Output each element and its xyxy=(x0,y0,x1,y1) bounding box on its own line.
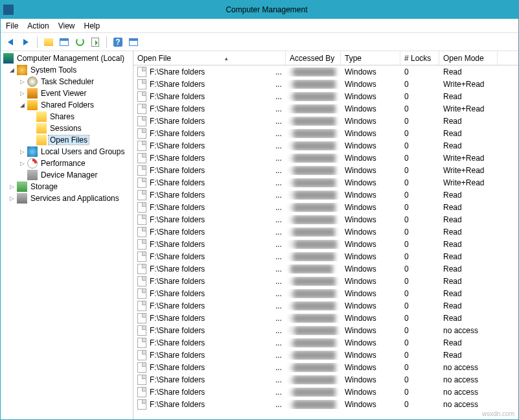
list-row[interactable]: F:\Share folders...a████████Windows0Read xyxy=(133,336,518,349)
list-row[interactable]: F:\Share folders...c████████Windows0Read xyxy=(133,226,518,238)
list-row[interactable]: F:\Share folders...n████████Windows0Read xyxy=(133,127,518,139)
user-redacted: a████████ xyxy=(290,338,335,347)
file-icon xyxy=(137,375,146,385)
list-row[interactable]: F:\Share folders...i████████Windows0Read xyxy=(133,262,518,275)
list-row[interactable]: F:\Share folders...d████████Windows0Read xyxy=(133,115,518,127)
list-row[interactable]: F:\Share folders...a████████Windows0no a… xyxy=(133,373,518,386)
list-row[interactable]: F:\Share folders...b████████Windows0Read xyxy=(133,312,518,324)
column-open-file[interactable]: Open File▴ xyxy=(133,51,286,65)
list-row[interactable]: F:\Share folders...c████████Windows0Read xyxy=(133,250,518,262)
ellipsis: ... xyxy=(275,67,282,76)
tree-label: Open Files xyxy=(49,135,89,145)
file-icon xyxy=(137,251,146,262)
folder-icon xyxy=(36,123,47,134)
tree-label: Storage xyxy=(29,182,59,191)
tree-storage[interactable]: Storage xyxy=(1,181,133,192)
user-redacted: n████████ xyxy=(290,154,335,163)
list-row[interactable]: F:\Share folders...e████████Windows0Read xyxy=(133,201,518,213)
expander-icon[interactable] xyxy=(19,102,26,109)
column-locks[interactable]: # Locks xyxy=(400,51,439,65)
file-icon xyxy=(137,325,146,336)
list-row[interactable]: F:\Share folders...a████████Windows0no a… xyxy=(133,361,518,373)
refresh-button[interactable] xyxy=(73,35,87,49)
open-files-button[interactable] xyxy=(126,35,141,49)
cell-open-file: F:\Share folders... xyxy=(133,387,286,397)
file-icon xyxy=(137,350,146,360)
list-row[interactable]: F:\Share folders...n████████Windows0Read xyxy=(133,275,518,287)
tree-shared-folders[interactable]: Shared Folders xyxy=(1,99,133,111)
menu-file[interactable]: File xyxy=(6,21,18,30)
list-row[interactable]: F:\Share folders...e████████Windows0Read xyxy=(133,299,518,312)
folder-icon xyxy=(36,111,47,122)
cell-locks: 0 xyxy=(400,215,439,224)
watermark: wsxdn.com xyxy=(482,410,514,417)
list-row[interactable]: F:\Share folders...d████████Windows0Writ… xyxy=(133,102,518,115)
tree-label: Device Manager xyxy=(40,170,98,180)
list-row[interactable]: F:\Share folders...n████████Windows0Writ… xyxy=(133,164,518,176)
navigation-tree[interactable]: Computer Management (Local) System Tools… xyxy=(1,51,133,419)
list-row[interactable]: F:\Share folders...n████████Windows0Writ… xyxy=(133,152,518,164)
tree-open-files[interactable]: Open Files xyxy=(1,134,133,146)
tree-performance[interactable]: Performance xyxy=(1,158,133,169)
list-row[interactable]: F:\Share folders...D████████Windows0Read xyxy=(133,238,518,250)
tree-local-users[interactable]: Local Users and Groups xyxy=(1,146,133,158)
tree-sessions[interactable]: Sessions xyxy=(1,122,133,134)
list-row[interactable]: F:\Share folders...d████████Windows0Writ… xyxy=(133,78,518,90)
back-button[interactable] xyxy=(3,35,17,49)
list-row[interactable]: F:\Share folders...n████████Windows0Writ… xyxy=(133,176,518,189)
window-title: Computer Management xyxy=(17,5,516,14)
cell-locks: 0 xyxy=(400,80,439,89)
list-row[interactable]: F:\Share folders...d████████Windows0Read xyxy=(133,90,518,102)
list-row[interactable]: F:\Share folders...a████████Windows0no a… xyxy=(133,386,518,398)
cell-open-mode: no access xyxy=(439,326,498,335)
list-row[interactable]: F:\Share folders...e████████Windows0Read xyxy=(133,213,518,226)
tree-root[interactable]: Computer Management (Local) xyxy=(1,52,133,64)
cell-locks: 0 xyxy=(400,388,439,397)
list-row[interactable]: F:\Share folders...d████████Windows0Read xyxy=(133,65,518,78)
expander-icon[interactable] xyxy=(19,90,26,97)
column-open-mode[interactable]: Open Mode xyxy=(439,51,498,65)
show-hide-tree-button[interactable] xyxy=(41,35,56,49)
file-icon xyxy=(137,141,146,151)
expander-icon[interactable] xyxy=(19,148,26,156)
list-row[interactable]: F:\Share folders...S████████Windows0Read xyxy=(133,189,518,201)
help-button[interactable]: ? xyxy=(111,35,125,49)
column-label: Open Mode xyxy=(443,54,484,63)
menu-view[interactable]: View xyxy=(58,21,75,30)
cell-accessed-by: c████████ xyxy=(286,228,341,237)
menu-help[interactable]: Help xyxy=(84,21,100,30)
user-redacted: a████████ xyxy=(290,375,335,384)
tree-system-tools[interactable]: System Tools xyxy=(1,64,133,76)
column-type[interactable]: Type xyxy=(341,51,400,65)
tree-task-scheduler[interactable]: Task Scheduler xyxy=(1,76,133,88)
ellipsis: ... xyxy=(275,129,282,138)
column-accessed-by[interactable]: Accessed By xyxy=(286,51,341,65)
expander-icon[interactable] xyxy=(8,183,16,191)
user-redacted: d████████ xyxy=(290,104,335,113)
properties-button[interactable] xyxy=(57,35,71,49)
cell-locks: 0 xyxy=(400,166,439,175)
export-list-button[interactable] xyxy=(88,35,102,49)
tree-shares[interactable]: Shares xyxy=(1,111,133,122)
list-row[interactable]: F:\Share folders...n████████Windows0Read xyxy=(133,139,518,152)
forward-button[interactable] xyxy=(19,35,33,49)
title-bar[interactable]: Computer Management xyxy=(1,1,518,19)
list-row[interactable]: F:\Share folders...D████████Windows0no a… xyxy=(133,324,518,336)
tree-services[interactable]: Services and Applications xyxy=(1,192,133,204)
computer-icon xyxy=(3,53,14,64)
ellipsis: ... xyxy=(275,154,282,163)
ellipsis: ... xyxy=(275,314,282,323)
cell-locks: 0 xyxy=(400,338,439,347)
list-rows[interactable]: F:\Share folders...d████████Windows0Read… xyxy=(133,65,518,419)
app-icon xyxy=(3,5,14,15)
list-row[interactable]: F:\Share folders...a████████Windows0Read xyxy=(133,287,518,299)
tree-event-viewer[interactable]: Event Viewer xyxy=(1,88,133,99)
list-row[interactable]: F:\Share folders...a████████Windows0Read xyxy=(133,349,518,361)
tree-device-manager[interactable]: Device Manager xyxy=(1,169,133,181)
expander-icon[interactable] xyxy=(19,78,26,86)
list-row[interactable]: F:\Share folders...a████████Windows0no a… xyxy=(133,398,518,410)
expander-icon[interactable] xyxy=(19,160,26,167)
menu-action[interactable]: Action xyxy=(27,21,49,30)
expander-icon[interactable] xyxy=(8,67,16,74)
expander-icon[interactable] xyxy=(8,195,16,202)
